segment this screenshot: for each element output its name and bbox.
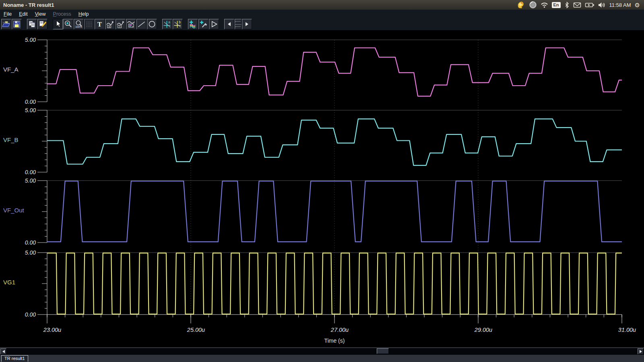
toolbar: 100%Ta?xab bbox=[0, 18, 644, 31]
x-tick-label-23.00u: 23.00u bbox=[43, 327, 61, 333]
tab-tr-result1[interactable]: TR result1 bbox=[1, 355, 28, 362]
dashed-gridlines bbox=[191, 40, 478, 315]
cursor-b-icon: b bbox=[173, 20, 182, 29]
text-button[interactable]: T bbox=[95, 19, 105, 29]
messaging-app-icon[interactable] bbox=[516, 1, 525, 9]
grid-icon bbox=[85, 20, 94, 29]
grid-button bbox=[84, 19, 94, 29]
nav-right-button[interactable] bbox=[242, 19, 252, 29]
signal-label-VF_Out: VF_Out bbox=[3, 207, 25, 214]
pick-curve-button[interactable] bbox=[198, 19, 208, 29]
panel-axis-VF_A: 5.000.00VF_A bbox=[3, 37, 622, 105]
curve-arrow-q-icon: ? bbox=[116, 20, 125, 29]
spin-up-button[interactable] bbox=[235, 19, 242, 24]
nav-updown-spinner bbox=[235, 19, 242, 29]
folder-open-icon bbox=[2, 20, 11, 29]
y-min-label-VF_B: 0.00 bbox=[25, 169, 36, 175]
curve-arrow-a-icon: a bbox=[105, 20, 115, 29]
volume-icon[interactable] bbox=[598, 2, 606, 8]
y-max-label-VF_A: 5.00 bbox=[25, 37, 36, 43]
pipette-icon bbox=[199, 20, 208, 29]
svg-text:x: x bbox=[132, 25, 133, 28]
flag-icon bbox=[209, 20, 219, 29]
add-curve-button[interactable] bbox=[188, 19, 198, 29]
scroll-left-button[interactable] bbox=[0, 348, 6, 354]
arrow-down-icon bbox=[235, 27, 241, 27]
add-curve-icon bbox=[188, 20, 198, 29]
draw-line-button[interactable] bbox=[136, 19, 147, 29]
svg-text:100%: 100% bbox=[75, 25, 82, 28]
curve-legend-icon: x bbox=[126, 20, 136, 29]
menu-item-process: Process bbox=[50, 10, 75, 18]
cursor-a-icon: a bbox=[163, 20, 172, 29]
power-gear-icon[interactable]: ⚙ bbox=[635, 2, 640, 8]
x-tick-label-29.00u: 29.00u bbox=[474, 327, 492, 333]
line-icon bbox=[137, 20, 146, 29]
x-tick-label-31.00u: 31.00u bbox=[618, 327, 636, 333]
copy-button[interactable] bbox=[27, 19, 37, 29]
y-max-label-VF_Out: 5.00 bbox=[25, 177, 36, 184]
export-button[interactable] bbox=[37, 19, 47, 29]
svg-text:b: b bbox=[179, 20, 181, 24]
marker-button[interactable] bbox=[209, 19, 219, 29]
y-min-label-VF_Out: 0.00 bbox=[25, 239, 36, 246]
system-tray: En11:58 AM⚙ bbox=[516, 0, 644, 10]
cursor-icon bbox=[53, 20, 62, 29]
svg-text:?: ? bbox=[119, 25, 120, 28]
x-tick-label-25.00u: 25.00u bbox=[187, 327, 205, 333]
zoom-in-button[interactable] bbox=[63, 19, 73, 29]
cursor-a-button[interactable]: a bbox=[162, 19, 172, 29]
arrow-right-icon bbox=[246, 22, 248, 26]
notifications-icon[interactable] bbox=[529, 1, 537, 9]
zoom-in-icon bbox=[64, 20, 73, 29]
time-axis-title: Time (s) bbox=[324, 337, 345, 344]
scrollbar-thumb[interactable] bbox=[377, 348, 389, 354]
keyboard-layout-badge[interactable]: En bbox=[552, 2, 561, 8]
menu-item-edit[interactable]: Edit bbox=[15, 10, 31, 18]
ellipse-icon bbox=[147, 20, 157, 29]
svg-text:a: a bbox=[168, 20, 170, 24]
trace-VF_A bbox=[47, 48, 622, 96]
menu-item-file[interactable]: File bbox=[0, 10, 15, 18]
copy-icon bbox=[27, 20, 37, 29]
wifi-icon[interactable] bbox=[541, 2, 548, 8]
battery-icon[interactable] bbox=[585, 2, 594, 8]
waveform-chart-area[interactable]: 5.000.00VF_A5.000.00VF_B5.000.00VF_Out5.… bbox=[0, 31, 644, 348]
mail-icon[interactable] bbox=[573, 2, 581, 8]
spin-down-button[interactable] bbox=[235, 24, 242, 29]
arrow-right-icon bbox=[640, 350, 642, 353]
nav-left-button[interactable] bbox=[224, 19, 234, 29]
cursor-b-button[interactable]: b bbox=[173, 19, 183, 29]
save-button[interactable] bbox=[12, 19, 22, 29]
select-cursor-button[interactable] bbox=[53, 19, 63, 29]
menu-item-help[interactable]: Help bbox=[75, 10, 93, 18]
zoom-100-button[interactable]: 100% bbox=[74, 19, 84, 29]
annotate-curve-a-button[interactable]: a bbox=[105, 19, 115, 29]
scroll-right-button[interactable] bbox=[638, 348, 644, 354]
panel-axis-VF_B: 5.000.00VF_B bbox=[3, 107, 622, 175]
zoom-100-icon: 100% bbox=[74, 20, 83, 29]
signal-label-VF_B: VF_B bbox=[3, 136, 19, 143]
titlebar[interactable]: Noname - TR result1 En11:58 AM⚙ bbox=[0, 0, 644, 10]
time-axis: 23.00u25.00u27.00u29.00u31.00uTime (s) bbox=[43, 315, 636, 344]
menu-item-view[interactable]: View bbox=[31, 10, 50, 18]
x-tick-label-27.00u: 27.00u bbox=[330, 327, 349, 333]
draw-ellipse-button[interactable] bbox=[147, 19, 157, 29]
y-max-label-VG1: 5.00 bbox=[25, 249, 36, 256]
waveform-plot: 5.000.00VF_A5.000.00VF_B5.000.00VF_Out5.… bbox=[0, 31, 644, 348]
panel-axis-VF_Out: 5.000.00VF_Out bbox=[3, 177, 622, 246]
legend-button[interactable]: x bbox=[126, 19, 136, 29]
tray-clock[interactable]: 11:58 AM bbox=[609, 2, 631, 8]
open-button[interactable] bbox=[1, 19, 11, 29]
menubar: FileEditViewProcessHelp bbox=[0, 10, 644, 19]
y-max-label-VF_B: 5.00 bbox=[25, 107, 36, 113]
arrow-up-icon bbox=[235, 21, 241, 22]
y-min-label-VG1: 0.00 bbox=[25, 311, 36, 318]
bluetooth-icon[interactable] bbox=[564, 2, 570, 8]
text-icon: T bbox=[95, 20, 104, 29]
horizontal-scrollbar[interactable] bbox=[0, 348, 644, 355]
window-title: Noname - TR result1 bbox=[0, 2, 516, 8]
paste-pencil-icon bbox=[38, 20, 47, 29]
arrow-left-icon bbox=[2, 350, 5, 353]
annotate-curve-q-button[interactable]: ? bbox=[116, 19, 126, 29]
